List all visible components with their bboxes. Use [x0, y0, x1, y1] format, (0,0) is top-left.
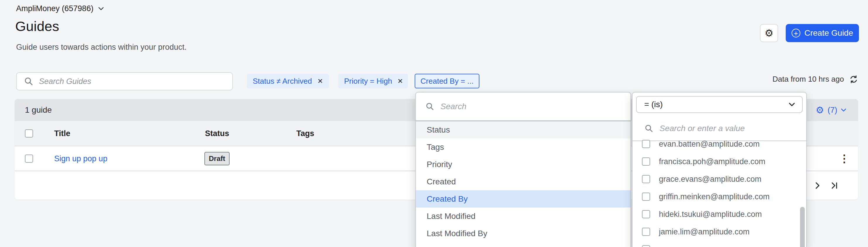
- property-search-input[interactable]: [440, 92, 630, 121]
- gear-icon: ⚙: [765, 28, 773, 38]
- email-option-label: grace.evans@amplitude.com: [659, 175, 762, 184]
- email-checkbox[interactable]: [642, 192, 650, 201]
- list-item[interactable]: evan.batten@amplitude.com: [632, 138, 806, 153]
- guides-settings-button[interactable]: ⚙: [760, 24, 778, 42]
- value-options-list: evan.batten@amplitude.com francisca.poh@…: [632, 138, 806, 247]
- operator-select[interactable]: = (is): [636, 96, 803, 113]
- list-item[interactable]: jamie.lim@amplitude.com: [632, 223, 806, 241]
- guide-count: 1 guide: [25, 105, 52, 115]
- list-item[interactable]: [632, 241, 806, 247]
- status-badge: Draft: [205, 152, 229, 165]
- column-header-tags[interactable]: Tags: [297, 129, 314, 138]
- property-item-last-modified-by[interactable]: Last Modified By: [416, 225, 630, 242]
- guides-page: AmpliMoney (657986) Guides Guide users t…: [0, 0, 868, 247]
- project-switcher[interactable]: AmpliMoney (657986): [16, 4, 104, 13]
- filter-chip-priority-label: Priority = High: [344, 77, 392, 86]
- email-checkbox[interactable]: [642, 175, 650, 183]
- row-checkbox[interactable]: [25, 154, 33, 163]
- search-icon: [426, 102, 434, 111]
- email-checkbox[interactable]: [642, 210, 650, 218]
- column-settings-control[interactable]: ⚙ (7): [815, 105, 846, 115]
- page-subtitle: Guide users towards actions within your …: [16, 43, 187, 52]
- pagination-last-icon[interactable]: [831, 182, 838, 189]
- gear-icon: ⚙: [815, 105, 824, 115]
- data-freshness: Data from 10 hrs ago: [773, 75, 858, 84]
- property-item-created-by[interactable]: Created By: [416, 190, 630, 208]
- search-icon: [645, 125, 653, 133]
- email-checkbox[interactable]: [642, 140, 650, 148]
- column-count-badge: (7): [828, 106, 837, 115]
- column-header-status[interactable]: Status: [205, 129, 229, 138]
- list-item[interactable]: francisca.poh@amplitude.com: [632, 153, 806, 170]
- chevron-down-icon: [788, 102, 795, 107]
- column-header-title[interactable]: Title: [54, 129, 70, 138]
- select-all-checkbox[interactable]: [25, 129, 33, 138]
- list-item[interactable]: grace.evans@amplitude.com: [632, 170, 806, 188]
- email-checkbox[interactable]: [642, 245, 650, 247]
- row-kebab-menu-icon[interactable]: ⋮: [836, 152, 852, 165]
- close-icon[interactable]: ✕: [397, 78, 403, 84]
- email-checkbox[interactable]: [642, 157, 650, 166]
- property-item-created[interactable]: Created: [416, 173, 630, 190]
- email-option-label: jamie.lim@amplitude.com: [659, 227, 750, 237]
- property-item-tags[interactable]: Tags: [416, 138, 630, 156]
- close-icon[interactable]: ✕: [317, 78, 323, 84]
- list-item[interactable]: griffin.meinken@amplitude.com: [632, 188, 806, 206]
- property-item-priority[interactable]: Priority: [416, 156, 630, 173]
- create-guide-label: Create Guide: [804, 28, 854, 38]
- guides-search: [16, 72, 233, 91]
- guide-title-link[interactable]: Sign up pop up: [54, 154, 107, 163]
- filter-chip-status-label: Status ≠ Archived: [253, 77, 312, 86]
- email-option-label: evan.batten@amplitude.com: [659, 140, 760, 149]
- property-search: [416, 93, 630, 121]
- filter-chip-status[interactable]: Status ≠ Archived ✕: [247, 74, 329, 89]
- scrollbar-thumb[interactable]: [800, 207, 805, 247]
- value-dropdown: = (is) evan.batten@amplitude.com francis…: [632, 92, 807, 247]
- property-dropdown: Status Tags Priority Created Created By …: [415, 92, 631, 247]
- filter-chip-created-by[interactable]: Created By = ...: [415, 74, 479, 89]
- email-checkbox[interactable]: [642, 228, 650, 236]
- value-search-input[interactable]: [659, 116, 806, 141]
- property-item-last-modified[interactable]: Last Modified: [416, 208, 630, 225]
- search-guides-input[interactable]: [38, 73, 232, 90]
- operator-value: = (is): [644, 100, 663, 109]
- chevron-down-icon: [98, 7, 104, 10]
- project-name: AmpliMoney (657986): [16, 4, 93, 13]
- email-option-label: francisca.poh@amplitude.com: [659, 157, 766, 166]
- value-search: [632, 116, 806, 141]
- pagination-next-icon[interactable]: [815, 182, 820, 189]
- email-option-label: griffin.meinken@amplitude.com: [659, 192, 770, 201]
- page-title: Guides: [15, 18, 59, 34]
- create-guide-button[interactable]: + Create Guide: [786, 24, 859, 42]
- chevron-down-icon: [841, 108, 846, 112]
- refresh-icon[interactable]: [849, 75, 858, 84]
- filter-chip-created-by-label: Created By = ...: [421, 77, 473, 86]
- property-item-status[interactable]: Status: [416, 121, 630, 138]
- filter-chip-priority[interactable]: Priority = High ✕: [338, 74, 408, 89]
- plus-circle-icon: +: [792, 29, 800, 37]
- data-freshness-label: Data from 10 hrs ago: [773, 75, 844, 84]
- search-icon: [24, 77, 33, 86]
- email-option-label: hideki.tsukui@amplitude.com: [659, 210, 762, 219]
- list-item[interactable]: hideki.tsukui@amplitude.com: [632, 206, 806, 223]
